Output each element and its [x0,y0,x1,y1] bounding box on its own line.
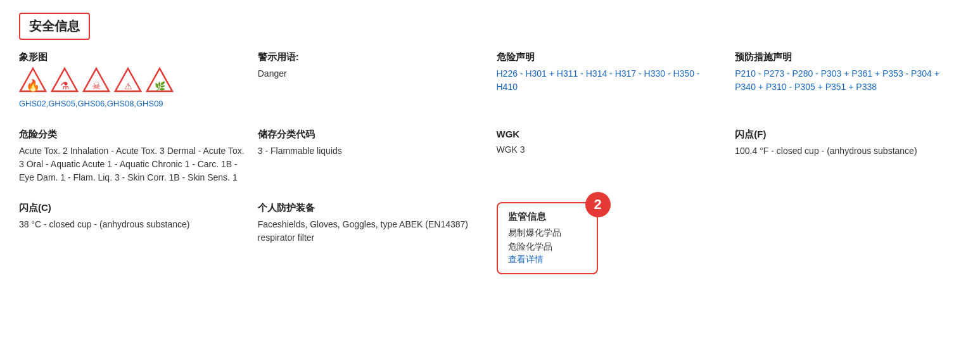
hazard-class-value: Acute Tox. 2 Inhalation - Acute Tox. 3 D… [19,144,245,184]
svg-text:⚗: ⚗ [60,80,69,91]
flash-point-c-value: 38 °C - closed cup - (anhydrous substanc… [19,218,245,231]
signal-word-header: 警示用语: [258,51,484,63]
precautionary-col: 预防措施声明 P210 - P273 - P280 - P303 + P361 … [735,51,961,111]
regulatory-header: 监管信息 [508,211,587,223]
wgk-header: WGK [497,129,723,139]
regulatory-link[interactable]: 查看详情 [508,254,587,265]
hazard-class-col: 危险分类 Acute Tox. 2 Inhalation - Acute Tox… [19,129,245,184]
hazard-statements-value[interactable]: H226 - H301 + H311 - H314 - H317 - H330 … [497,67,723,94]
hazard-statements-header: 危险声明 [497,51,723,63]
flash-point-f-value: 100.4 °F - closed cup - (anhydrous subst… [735,144,961,158]
hazard-statements-col: 危险声明 H226 - H301 + H311 - H314 - H317 - … [497,51,723,111]
storage-class-value: 3 - Flammable liquids [258,144,484,158]
precautionary-header: 预防措施声明 [735,51,961,63]
signal-word-col: 警示用语: Danger [258,51,484,111]
precautionary-value[interactable]: P210 - P273 - P280 - P303 + P361 + P353 … [735,67,961,94]
pictograms-col: 象形图 🔥 ⚗ ☠ ⚠ [19,51,245,111]
svg-text:☠: ☠ [92,80,101,91]
col4-empty [735,202,961,274]
storage-class-col: 储存分类代码 3 - Flammable liquids [258,129,484,184]
ghs09-icon: 🌿 [146,67,174,95]
signal-word-value: Danger [258,67,484,80]
svg-text:⚠: ⚠ [124,81,132,91]
pictograms-header: 象形图 [19,51,245,63]
ghs-label[interactable]: GHS02,GHS05,GHS06,GHS08,GHS09 [19,99,245,108]
storage-class-header: 储存分类代码 [258,129,484,141]
ghs-icons: 🔥 ⚗ ☠ ⚠ 🌿 [19,67,245,95]
svg-text:🌿: 🌿 [155,81,166,92]
section-title-wrapper: 安全信息 [19,13,961,51]
ghs08-icon: ⚠ [114,67,142,95]
section-title: 安全信息 [19,13,90,40]
regulatory-col: 监管信息 易制爆化学品 危险化学品 查看详情 2 [497,202,723,274]
regulatory-box: 监管信息 易制爆化学品 危险化学品 查看详情 2 [497,202,598,274]
wgk-value: WGK 3 [497,143,723,156]
regulatory-item2: 危险化学品 [508,239,587,253]
ppe-col: 个人防护装备 Faceshields, Gloves, Goggles, typ… [258,202,484,274]
ghs02-icon: 🔥 [19,67,47,95]
flash-point-c-col: 闪点(C) 38 °C - closed cup - (anhydrous su… [19,202,245,274]
row3-grid: 闪点(C) 38 °C - closed cup - (anhydrous su… [19,202,961,274]
regulatory-item1: 易制爆化学品 [508,226,587,239]
flash-point-f-header: 闪点(F) [735,129,961,141]
svg-text:🔥: 🔥 [26,79,41,92]
ppe-value: Faceshields, Gloves, Goggles, type ABEK … [258,218,484,245]
row2-grid: 危险分类 Acute Tox. 2 Inhalation - Acute Tox… [19,129,961,184]
ghs05-icon: ⚗ [51,67,79,95]
hazard-class-header: 危险分类 [19,129,245,141]
ghs06-icon: ☠ [82,67,110,95]
badge-2: 2 [585,192,611,217]
wgk-col: WGK WGK 3 [497,129,723,184]
flash-point-f-col: 闪点(F) 100.4 °F - closed cup - (anhydrous… [735,129,961,184]
row1-grid: 象形图 🔥 ⚗ ☠ ⚠ [19,51,961,111]
flash-point-c-header: 闪点(C) [19,202,245,214]
ppe-header: 个人防护装备 [258,202,484,214]
